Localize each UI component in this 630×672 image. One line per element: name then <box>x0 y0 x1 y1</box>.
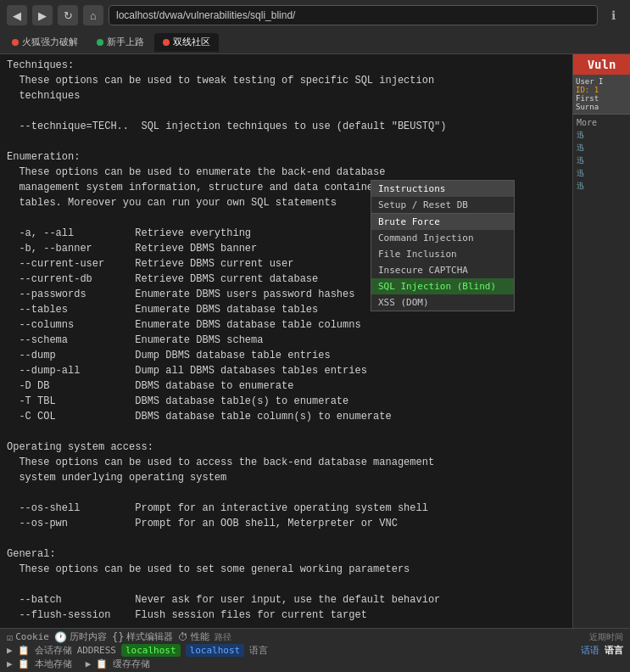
storage-label-3: 缓存存储 <box>113 658 150 670</box>
storage-toggle-1[interactable]: ▶ <box>7 645 13 656</box>
menu-command-injection[interactable]: Command Injection <box>371 230 514 246</box>
more-link-3[interactable]: 迅 <box>577 154 627 167</box>
tab-label: 新手上路 <box>107 36 144 48</box>
surname-label: Surna <box>576 103 627 111</box>
tab-dot <box>12 39 19 46</box>
session-value: localhost <box>121 644 181 657</box>
storage-toggle-2[interactable]: ▶ <box>7 658 13 669</box>
tab-brute-force[interactable]: 火狐强力破解 <box>3 33 86 52</box>
more-link-5[interactable]: 迅 <box>577 180 627 193</box>
first-label: First <box>576 94 627 103</box>
lang-option-2[interactable]: 语言 <box>605 644 623 657</box>
storage-toggle-3[interactable]: ▶ <box>86 658 92 669</box>
user-label: User I <box>576 77 627 86</box>
menu-instructions[interactable]: Instructions <box>371 181 514 197</box>
left-panel: Techniques: These options can be used to… <box>0 54 572 628</box>
info-icon: ℹ <box>603 5 623 25</box>
menu-insecure-captcha[interactable]: Insecure CAPTCHA <box>371 262 514 278</box>
tab-label: 双线社区 <box>173 36 210 48</box>
storage-icon-2: 📋 <box>18 658 30 669</box>
performance-btn[interactable]: ⏱ 性能 <box>178 630 209 643</box>
bottom-row-2: ▶ 📋 会话存储 ADDRESS localhost localhost 语言 … <box>7 644 623 657</box>
more-header: More <box>577 118 627 127</box>
recent-display: 近期时间 <box>589 631 623 643</box>
tab-dot <box>163 39 170 46</box>
right-panel: Vuln User I ID: 1 First Surna More 迅 迅 迅… <box>572 54 630 628</box>
nav-forward-button[interactable]: ▶ <box>32 5 53 25</box>
storage-icon-3: 📋 <box>96 658 108 669</box>
checkbox-icon: ☑ <box>7 631 13 643</box>
floating-menu: Instructions Setup / Reset DB Brute Forc… <box>371 180 515 311</box>
bottom-bar: ☑ Cookie 🕐 历时内容 {} 样式编辑器 ⏱ 性能 路径 近期时间 ▶ … <box>0 628 630 672</box>
url-bar[interactable] <box>109 5 598 25</box>
history-btn[interactable]: 🕐 历时内容 <box>54 630 107 643</box>
session-lang-label: 语言 <box>249 644 268 657</box>
bottom-row-1: ☑ Cookie 🕐 历时内容 {} 样式编辑器 ⏱ 性能 路径 近期时间 <box>7 630 623 643</box>
main-area: Techniques: These options can be used to… <box>0 54 630 628</box>
path-display: 路径 <box>215 631 231 643</box>
menu-sql-injection-blind[interactable]: SQL Injection (Blind) <box>371 278 514 294</box>
nav-refresh-button[interactable]: ↻ <box>58 5 78 25</box>
menu-xss-dom[interactable]: XSS (DOM) <box>371 294 514 311</box>
menu-file-inclusion[interactable]: File Inclusion <box>371 246 514 262</box>
nav-back-button[interactable]: ◀ <box>7 5 27 25</box>
more-link-4[interactable]: 迅 <box>577 167 627 180</box>
tab-bar: 火狐强力破解 新手上路 双线社区 <box>0 31 630 54</box>
more-section: More 迅 迅 迅 迅 迅 <box>573 115 630 196</box>
terminal-output: Techniques: These options can be used to… <box>0 54 572 628</box>
menu-brute-force[interactable]: Brute Force <box>371 214 514 230</box>
browser-nav-bar: ◀ ▶ ↻ ⌂ ℹ <box>0 0 630 31</box>
more-link-2[interactable]: 迅 <box>577 142 627 154</box>
speedometer-icon: ⏱ <box>178 631 188 643</box>
tab-dot <box>97 39 103 46</box>
session-host: localhost <box>186 644 245 657</box>
user-info-box: User I ID: 1 First Surna <box>573 75 630 115</box>
vuln-title: Vuln <box>573 54 630 75</box>
clock-icon: 🕐 <box>54 631 67 643</box>
tab-community[interactable]: 双线社区 <box>154 33 219 52</box>
lang-options: 话语 语言 <box>581 644 623 657</box>
id-label: ID: 1 <box>576 86 627 94</box>
storage-label-2: 本地存储 <box>35 658 72 670</box>
menu-setup-reset[interactable]: Setup / Reset DB <box>371 197 514 213</box>
bottom-row-3: ▶ 📋 本地存储 ▶ 📋 缓存存储 <box>7 658 623 670</box>
tab-label: 火狐强力破解 <box>22 36 78 48</box>
storage-label-1: 会话存储 <box>35 644 72 657</box>
tab-beginner[interactable]: 新手上路 <box>88 33 153 52</box>
nav-home-button[interactable]: ⌂ <box>83 5 103 25</box>
more-link-1[interactable]: 迅 <box>577 129 627 142</box>
session-address-label: ADDRESS <box>77 645 116 656</box>
braces-icon: {} <box>112 631 124 643</box>
storage-icon-1: 📋 <box>18 645 30 656</box>
cookie-btn[interactable]: ☑ Cookie <box>7 631 49 643</box>
style-editor-btn[interactable]: {} 样式编辑器 <box>112 630 173 643</box>
lang-option-1[interactable]: 话语 <box>581 644 599 657</box>
